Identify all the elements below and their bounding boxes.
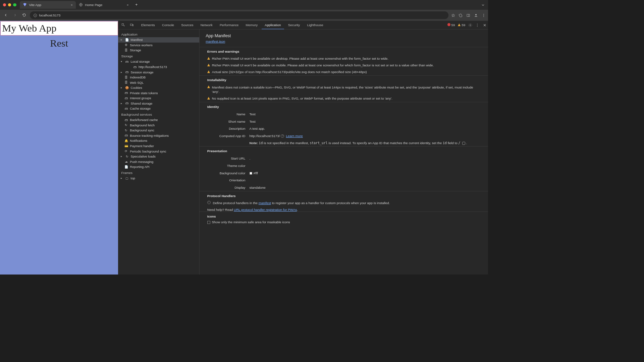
devtools-tab-memory[interactable]: Memory xyxy=(243,21,261,29)
close-tab-icon[interactable]: × xyxy=(71,3,73,7)
sidebar-item-manifest[interactable]: ▸📄Manifest xyxy=(118,37,199,43)
sidebar-item-label: Speculative loads xyxy=(131,155,156,158)
sidebar-item-websql[interactable]: 🗄Web SQL xyxy=(118,80,199,85)
note-text: is not specified in the manifest, xyxy=(263,141,310,145)
panel-title: App Manifest xyxy=(200,33,488,40)
devtools-tab-performance[interactable]: Performance xyxy=(217,21,242,29)
address-input[interactable]: localhost:5173 xyxy=(30,11,448,19)
error-badge[interactable]: 59 xyxy=(447,23,455,27)
back-button[interactable] xyxy=(3,12,9,19)
close-tab-icon[interactable]: × xyxy=(127,3,129,7)
appid-value: http://localhost:5173/ xyxy=(250,134,280,138)
sidebar-item-label: Periodic background sync xyxy=(130,149,166,153)
app-id-note: Note: id is not specified in the manifes… xyxy=(200,139,488,146)
sidebar-item-local-storage-origin[interactable]: 🗃http://localhost:5173 xyxy=(118,64,199,70)
browser-tab-vite[interactable]: Vite App × xyxy=(20,1,76,9)
globe-favicon-icon xyxy=(79,3,83,7)
devtools-tab-network[interactable]: Network xyxy=(198,21,216,29)
sidebar-item-notifications[interactable]: 🔔Notifications xyxy=(118,138,199,143)
devtools-tab-console[interactable]: Console xyxy=(159,21,177,29)
note-text: is used instead. To specify an App ID th… xyxy=(328,141,443,145)
gear-icon[interactable] xyxy=(468,23,472,27)
sidebar-item-session-storage[interactable]: ▸🗃Session storage xyxy=(118,69,199,75)
warn-badge[interactable]: 59 xyxy=(458,23,465,27)
text: . xyxy=(297,208,298,212)
sidebar-item-label: Storage xyxy=(130,48,141,52)
device-toolbar-icon[interactable] xyxy=(128,22,136,28)
icons-checkbox-row[interactable]: Show only the minimum safe area for mask… xyxy=(200,220,488,224)
browser-tab-home[interactable]: Home Page × xyxy=(76,1,132,9)
svg-rect-8 xyxy=(122,23,123,25)
kv-value: http://localhost:5173/ Learn more xyxy=(250,134,303,138)
sidebar-item-bg-sync[interactable]: ↻Background sync xyxy=(118,128,199,133)
sidebar-item-interest-groups[interactable]: 🗃Interest groups xyxy=(118,96,199,101)
protocol-heading: Protocol Handlers xyxy=(200,191,488,200)
menu-icon[interactable] xyxy=(482,13,486,17)
sidebar-item-push[interactable]: ☁Push messaging xyxy=(118,159,199,164)
sidebar-item-bg-fetch[interactable]: ↻Background fetch xyxy=(118,123,199,128)
sidebar-item-label: Local storage xyxy=(131,60,150,63)
warning-row: Actual size (32×32)px of Icon http://loc… xyxy=(200,69,488,75)
close-window-icon[interactable] xyxy=(3,3,6,6)
sidebar-item-reporting[interactable]: 📄Reporting API xyxy=(118,164,199,170)
window-controls xyxy=(3,3,16,6)
extensions-icon[interactable] xyxy=(459,13,463,17)
warning-row: Manifest does not contain a suitable ico… xyxy=(200,84,488,96)
warning-icon xyxy=(207,85,210,88)
errors-heading: Errors and warnings xyxy=(200,47,488,56)
sidebar-item-private-tokens[interactable]: 🗃Private state tokens xyxy=(118,90,199,96)
kv-value: . xyxy=(250,157,251,160)
inspect-icon[interactable] xyxy=(120,22,127,28)
identity-heading: Identity xyxy=(200,102,488,111)
reload-button[interactable] xyxy=(21,12,28,19)
svg-point-11 xyxy=(470,24,471,25)
devtools-tab-application[interactable]: Application xyxy=(262,21,284,29)
site-info-icon[interactable] xyxy=(33,13,37,17)
sidebar-item-indexeddb[interactable]: 🗄IndexedDB xyxy=(118,75,199,80)
manifest-json-link[interactable]: manifest.json xyxy=(200,40,231,43)
bg-color-value: #fff xyxy=(254,171,258,175)
application-sidebar: Application ▸📄Manifest ⚙Service workers … xyxy=(118,29,200,275)
sidebar-item-service-workers[interactable]: ⚙Service workers xyxy=(118,43,199,48)
kv-value: standalone xyxy=(250,186,266,189)
sidebar-item-periodic-sync[interactable]: ⟳Periodic background sync xyxy=(118,148,199,154)
maximize-window-icon[interactable] xyxy=(13,3,16,6)
sidebar-item-local-storage[interactable]: ▾🗃Local storage xyxy=(118,59,199,64)
sidebar-item-shared-storage[interactable]: ▸🗃Shared storage xyxy=(118,101,199,106)
help-icon[interactable] xyxy=(281,134,284,138)
checkbox-icon[interactable] xyxy=(207,221,210,224)
page-preview: My Web App Rest xyxy=(0,21,118,274)
sidebar-item-frame-top[interactable]: ▸▢top xyxy=(118,176,199,181)
warn-count: 59 xyxy=(462,23,465,27)
close-devtools-icon[interactable] xyxy=(483,23,487,27)
sidebar-item-label: Cookies xyxy=(131,86,142,89)
learn-more-link[interactable]: Learn more xyxy=(286,134,303,138)
new-tab-button[interactable]: + xyxy=(134,2,139,8)
manifest-panel: App Manifest manifest.json Errors and wa… xyxy=(200,29,488,275)
svg-rect-9 xyxy=(130,24,132,25)
sidebar-item-storage[interactable]: 🗄Storage xyxy=(118,48,199,53)
devtools-tab-sources[interactable]: Sources xyxy=(178,21,196,29)
copy-icon[interactable] xyxy=(462,142,465,145)
sidebar-item-bf-cache[interactable]: 🗃Back/forward cache xyxy=(118,117,199,123)
sidebar-item-payment[interactable]: 💳Payment handler xyxy=(118,143,199,149)
svg-point-14 xyxy=(477,26,478,26)
pwa-url-handler-link[interactable]: URL protocol handler registration for PW… xyxy=(234,208,297,212)
minimize-window-icon[interactable] xyxy=(8,3,11,6)
sidebar-item-label: Notifications xyxy=(130,139,147,142)
kv-key: Start URL xyxy=(207,157,246,160)
more-icon[interactable] xyxy=(475,23,479,27)
forward-button[interactable] xyxy=(12,12,18,19)
sidebar-item-bounce[interactable]: 🗃Bounce tracking mitigations xyxy=(118,133,199,138)
devtools-tab-lighthouse[interactable]: Lighthouse xyxy=(304,21,326,29)
devtools-tab-elements[interactable]: Elements xyxy=(138,21,158,29)
manifest-link[interactable]: manifest xyxy=(259,201,271,205)
profile-icon[interactable] xyxy=(474,13,478,17)
chevron-down-icon[interactable] xyxy=(481,3,485,7)
sidebar-item-cookies[interactable]: ▸🍪Cookies xyxy=(118,85,199,90)
sidebar-item-speculative[interactable]: ▸↻Speculative loads xyxy=(118,154,199,159)
bookmark-icon[interactable] xyxy=(451,13,455,17)
sidebar-item-cache-storage[interactable]: 🗃Cache storage xyxy=(118,106,199,111)
devtools-tab-security[interactable]: Security xyxy=(285,21,303,29)
side-panel-icon[interactable] xyxy=(466,13,470,17)
